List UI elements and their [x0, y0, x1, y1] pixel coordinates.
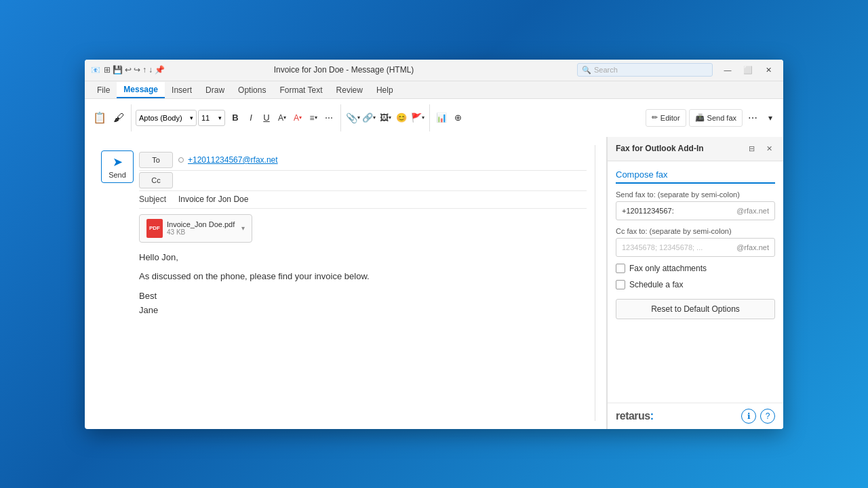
clipboard-btn[interactable]: 📋 [90, 103, 109, 133]
search-placeholder: Search [594, 66, 618, 74]
title-bar: 📧 ⊞ 💾 ↩ ↪ ↑ ↓ 📌 Invoice for Jon Doe - Me… [85, 60, 783, 81]
fields-col: To +12011234567@rfax.net Cc Subject Invo… [139, 145, 595, 421]
cc-fax-to-placeholder: 12345678; 12345678; ... [622, 243, 703, 251]
qa-icon-grid[interactable]: ⊞ [104, 65, 111, 75]
format-painter-icon: 🖌 [113, 113, 124, 123]
attachment-dropdown-icon[interactable]: ▾ [241, 224, 245, 232]
search-icon: 🔍 [582, 66, 591, 75]
email-body[interactable]: Hello Jon, As discussed on the phone, pl… [139, 251, 587, 415]
attachment-size: 43 KB [167, 228, 235, 236]
italic-button[interactable]: I [243, 110, 258, 125]
window-title: Invoice for Jon Doe - Message (HTML) [111, 65, 577, 75]
bullets-btn[interactable]: ≡▾ [306, 110, 321, 125]
tab-help[interactable]: Help [370, 82, 400, 98]
attach-btn[interactable]: 📎▾ [345, 110, 360, 125]
send-fax-ribbon-btn[interactable]: 📠 Send fax [689, 109, 743, 127]
fax-only-attachments-checkbox[interactable] [616, 264, 625, 273]
send-fax-to-input[interactable]: +12011234567: @rfax.net [616, 201, 775, 220]
contact-badge [178, 157, 184, 163]
format-painter-btn[interactable]: 🖌 [111, 103, 127, 133]
body-line1: Hello Jon, [139, 251, 587, 265]
attachment-item[interactable]: PDF Invoice_Jon Doe.pdf 43 KB ▾ [139, 214, 252, 243]
tab-draw[interactable]: Draw [199, 82, 231, 98]
window-controls: — ⬜ ✕ [718, 63, 778, 77]
tab-review[interactable]: Review [330, 82, 370, 98]
size-dropdown-icon: ▾ [218, 115, 222, 121]
send-arrow-icon: ➤ [113, 155, 123, 169]
tab-format-text[interactable]: Format Text [273, 82, 329, 98]
ribbon-content: 📋 🖌 Aptos (Body) ▾ 11 ▾ B I U A▾ A▾ ≡▾ [85, 99, 783, 137]
send-fax-icon: 📠 [695, 113, 705, 122]
tab-options[interactable]: Options [231, 82, 273, 98]
separator-3 [429, 104, 430, 131]
outlook-window: 📧 ⊞ 💾 ↩ ↪ ↑ ↓ 📌 Invoice for Jon Doe - Me… [85, 60, 783, 429]
attachment-info: Invoice_Jon Doe.pdf 43 KB [167, 220, 235, 236]
editor-btn[interactable]: ✏ Editor [646, 109, 686, 127]
schedule-fax-row: Schedule a fax [616, 280, 775, 289]
fax-panel: Fax for Outlook Add-In ⊟ ✕ Compose fax S… [607, 137, 783, 429]
cc-row: Cc [139, 171, 587, 191]
reset-button[interactable]: Reset to Default Options [616, 299, 775, 319]
ribbon-expand-btn[interactable]: ▾ [763, 110, 778, 125]
body-line4: Jane [139, 304, 587, 318]
editor-icon: ✏ [652, 113, 658, 122]
font-dropdown-icon: ▾ [190, 115, 193, 121]
retarus-logo-dot: : [650, 410, 654, 422]
maximize-button[interactable]: ⬜ [738, 63, 757, 77]
ribbon-right: ✏ Editor 📠 Send fax ⋯ ▾ [646, 109, 778, 127]
schedule-fax-checkbox[interactable] [616, 280, 625, 289]
insert-group: 📎▾ 🔗▾ 🖼▾ 😊 🚩▾ [345, 110, 425, 125]
font-group: Aptos (Body) ▾ 11 ▾ [136, 110, 225, 126]
help-button[interactable]: ? [760, 409, 775, 424]
panel-collapse-button[interactable]: ⊟ [745, 142, 757, 155]
subject-value[interactable]: Invoice for Jon Doe [178, 195, 248, 204]
info-button[interactable]: ℹ [741, 409, 756, 424]
ribbon-more-btn[interactable]: ⋯ [745, 110, 760, 125]
send-label: Send [108, 171, 126, 179]
fax-panel-content: Compose fax Send fax to: (separate by se… [608, 161, 783, 403]
to-value: +12011234567@rfax.net [178, 155, 587, 165]
attachment-bar: PDF Invoice_Jon Doe.pdf 43 KB ▾ [139, 214, 587, 243]
send-fax-to-label: Send fax to: (separate by semi-colon) [616, 190, 775, 199]
minimize-button[interactable]: — [718, 63, 737, 77]
search-bar[interactable]: 🔍 Search [577, 63, 713, 77]
email-compose-area: ➤ Send To +12011234567@rfax.net [85, 137, 607, 429]
pdf-icon: PDF [146, 219, 163, 238]
bold-button[interactable]: B [228, 110, 243, 125]
font-size-selector[interactable]: 11 ▾ [198, 110, 225, 126]
cc-fax-to-input[interactable]: 12345678; 12345678; ... @rfax.net [616, 238, 775, 257]
highlight-btn[interactable]: A▾ [275, 110, 290, 125]
send-fax-to-group: Send fax to: (separate by semi-colon) +1… [616, 190, 775, 220]
more-btn[interactable]: ⋯ [321, 110, 336, 125]
cc-fax-to-label: Cc fax to: (separate by semi-colon) [616, 227, 775, 235]
font-color-btn[interactable]: A▾ [290, 110, 305, 125]
font-selector[interactable]: Aptos (Body) ▾ [136, 110, 197, 126]
fax-panel-title: Fax for Outlook Add-In [616, 144, 740, 153]
send-fax-label: Send fax [707, 114, 736, 122]
to-button[interactable]: To [139, 152, 173, 168]
fax-only-attachments-label: Fax only attachments [629, 264, 707, 273]
ribbon-tabs: File Message Insert Draw Options Format … [85, 81, 783, 99]
fax-panel-header: Fax for Outlook Add-In ⊟ ✕ [608, 137, 783, 161]
send-button[interactable]: ➤ Send [101, 150, 134, 183]
tab-insert[interactable]: Insert [165, 82, 199, 98]
link-btn[interactable]: 🔗▾ [361, 110, 376, 125]
picture-btn[interactable]: 🖼▾ [378, 110, 393, 125]
emoji-btn[interactable]: 😊 [394, 110, 409, 125]
body-line2: As discussed on the phone, please find y… [139, 270, 587, 284]
separator-2 [340, 104, 341, 131]
flag-btn[interactable]: 🚩▾ [410, 110, 425, 125]
tab-file[interactable]: File [90, 82, 117, 98]
panel-close-button[interactable]: ✕ [763, 142, 775, 155]
underline-button[interactable]: U [259, 110, 274, 125]
zoom-btn[interactable]: ⊕ [450, 110, 465, 125]
compose-fax-tab[interactable]: Compose fax [616, 169, 775, 184]
teams-btn[interactable]: 📊 [434, 110, 449, 125]
main-content: ➤ Send To +12011234567@rfax.net [85, 137, 783, 429]
fax-only-attachments-row: Fax only attachments [616, 264, 775, 273]
cc-button[interactable]: Cc [139, 172, 173, 188]
to-address[interactable]: +12011234567@rfax.net [188, 155, 278, 165]
close-button[interactable]: ✕ [759, 63, 778, 77]
tab-message[interactable]: Message [117, 82, 165, 98]
font-size: 11 [201, 114, 210, 122]
